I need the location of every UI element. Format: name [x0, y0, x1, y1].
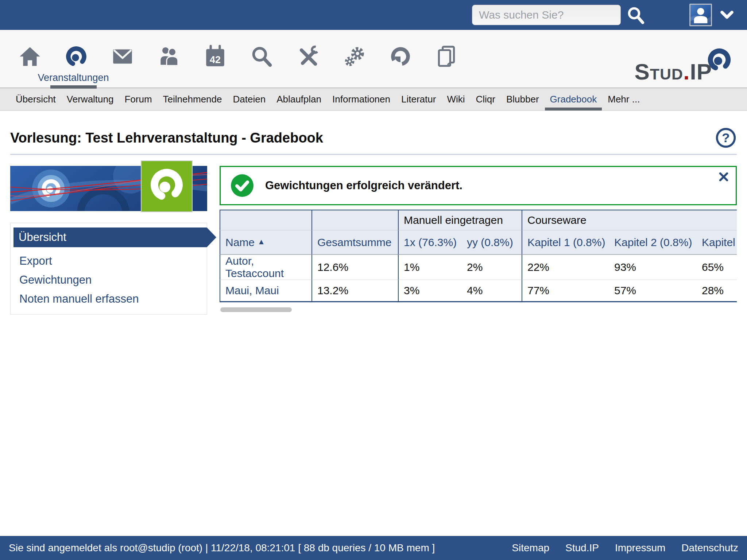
- search-submit-icon[interactable]: [625, 4, 646, 26]
- grade-cell: 3%: [398, 280, 462, 302]
- success-message: Gewichtungen erfolgreich verändert.: [220, 166, 737, 205]
- logo-text-main: Stud: [634, 59, 683, 84]
- tab-cliqr[interactable]: Cliqr: [470, 88, 500, 110]
- footer-link-impressum[interactable]: Impressum: [615, 542, 665, 554]
- grade-cell: 13.2%: [311, 280, 398, 302]
- main-toolbar: 42: [0, 30, 747, 88]
- grade-cell: 57%: [609, 280, 697, 302]
- gradebook-table: Manuell eingetragen Courseware Name▲ Ges…: [220, 210, 737, 302]
- col-header-name-label: Name: [225, 236, 255, 248]
- footer-status: Sie sind angemeldet als root@studip (roo…: [9, 542, 435, 554]
- col-header-kapitel-2: Kapitel 2 (0.8%): [609, 230, 697, 254]
- studip-logo: Stud.IP: [634, 61, 712, 83]
- tab-teilnehmende[interactable]: Teilnehmende: [158, 88, 228, 110]
- col-header-yy: yy (0.8%): [462, 230, 522, 254]
- grade-cell: 65%: [697, 254, 737, 280]
- footer-link-sitemap[interactable]: Sitemap: [512, 542, 549, 554]
- tab-uebersicht[interactable]: Übersicht: [10, 88, 61, 110]
- tab-ablaufplan[interactable]: Ablaufplan: [271, 88, 327, 110]
- sidebar-item-label: Übersicht: [19, 231, 66, 244]
- horizontal-scrollbar-thumb[interactable]: [220, 307, 292, 312]
- tab-blubber[interactable]: Blubber: [501, 88, 545, 110]
- grade-cell: 93%: [609, 254, 697, 280]
- tab-wiki[interactable]: Wiki: [441, 88, 470, 110]
- footer-link-studip[interactable]: Stud.IP: [565, 542, 599, 554]
- student-name-link[interactable]: Maui, Maui: [225, 284, 279, 296]
- chevron-down-icon[interactable]: [719, 8, 735, 22]
- page-title: Vorlesung: Test Lehrveranstaltung - Grad…: [10, 130, 323, 146]
- sidebar-item-gewichtungen[interactable]: Gewichtungen: [11, 271, 207, 289]
- group-header-empty-2: [311, 210, 398, 230]
- title-divider: [10, 154, 737, 155]
- pages-icon[interactable]: [423, 44, 470, 69]
- logo-dot: .: [683, 59, 690, 84]
- home-icon[interactable]: [7, 44, 53, 69]
- col-header-kapitel-1: Kapitel 1 (0.8%): [522, 230, 609, 254]
- group-header-empty-1: [220, 210, 311, 230]
- success-message-text: Gewichtungen erfolgreich verändert.: [265, 179, 462, 192]
- col-header-name[interactable]: Name▲: [220, 230, 311, 254]
- resources-icon[interactable]: [377, 44, 423, 69]
- calendar-icon[interactable]: 42: [192, 44, 238, 69]
- course-avatar: [141, 160, 193, 212]
- courses-icon[interactable]: [53, 44, 99, 69]
- course-avatar-spiral-icon: [142, 161, 192, 211]
- col-header-kapitel-3: Kapitel 3: [697, 230, 737, 254]
- horizontal-scrollbar: [220, 307, 737, 312]
- col-header-1x: 1x (76.3%): [398, 230, 462, 254]
- sidebar-item-noten-manuell-erfassen[interactable]: Noten manuell erfassen: [11, 289, 207, 308]
- footer-link-datenschutz[interactable]: Datenschutz: [681, 542, 738, 554]
- gradebook-table-wrap: Manuell eingetragen Courseware Name▲ Ges…: [220, 210, 737, 302]
- toolbar-active-label[interactable]: Veranstaltungen: [38, 72, 109, 83]
- grade-cell: 22%: [522, 254, 609, 280]
- tab-mehr[interactable]: Mehr ...: [602, 88, 645, 110]
- admin-gears-icon[interactable]: [331, 44, 377, 69]
- grade-cell: 12.6%: [311, 254, 398, 280]
- grade-cell: 4%: [462, 280, 522, 302]
- group-header-manuell-eingetragen: Manuell eingetragen: [398, 210, 522, 230]
- student-name-link[interactable]: Autor, Testaccount: [225, 255, 284, 279]
- tab-dateien[interactable]: Dateien: [228, 88, 271, 110]
- tab-verwaltung[interactable]: Verwaltung: [61, 88, 119, 110]
- col-header-gesamtsumme: Gesamtsumme: [311, 230, 398, 254]
- grade-cell: 28%: [697, 280, 737, 302]
- search-input[interactable]: [472, 5, 621, 25]
- main-area: Gewichtungen erfolgreich verändert.: [220, 166, 737, 312]
- tab-literatur[interactable]: Literatur: [396, 88, 441, 110]
- svg-text:42: 42: [210, 54, 221, 65]
- success-check-icon: [230, 174, 254, 198]
- close-icon[interactable]: [718, 171, 729, 182]
- topbar: [0, 0, 747, 30]
- community-icon[interactable]: [146, 44, 192, 69]
- content: Vorlesung: Test Lehrveranstaltung - Grad…: [0, 127, 747, 315]
- grade-cell: 1%: [398, 254, 462, 280]
- sidebar: Übersicht Export Gewichtungen Noten manu…: [10, 166, 207, 315]
- tools-icon[interactable]: [285, 44, 331, 69]
- tab-forum[interactable]: Forum: [119, 88, 157, 110]
- avatar-person-icon: [690, 5, 711, 25]
- course-tabbar: Übersicht Verwaltung Forum Teilnehmende …: [0, 88, 747, 111]
- svg-text:?: ?: [722, 131, 730, 145]
- tab-informationen[interactable]: Informationen: [327, 88, 396, 110]
- sort-asc-icon: ▲: [258, 237, 265, 246]
- table-row: Maui, Maui 13.2% 3% 4% 77% 57% 28%: [220, 280, 737, 302]
- messages-icon[interactable]: [99, 44, 146, 69]
- sidebar-item-export[interactable]: Export: [11, 252, 207, 271]
- grade-cell: 2%: [462, 254, 522, 280]
- sidebar-nav: Übersicht Export Gewichtungen Noten manu…: [10, 223, 207, 315]
- help-icon[interactable]: ?: [715, 127, 737, 149]
- toolbar-icon-row: 42: [7, 44, 470, 69]
- group-header-courseware: Courseware: [522, 210, 737, 230]
- grade-cell: 77%: [522, 280, 609, 302]
- sidebar-item-uebersicht[interactable]: Übersicht: [13, 228, 207, 247]
- search-icon[interactable]: [238, 44, 285, 69]
- footer: Sie sind angemeldet als root@studip (roo…: [0, 536, 747, 560]
- tab-gradebook[interactable]: Gradebook: [545, 88, 603, 110]
- table-row: Autor, Testaccount 12.6% 1% 2% 22% 93% 6…: [220, 254, 737, 280]
- toolbar-active-indicator: [50, 85, 97, 89]
- logo-spiral-icon: [705, 46, 733, 74]
- user-avatar[interactable]: [689, 4, 712, 26]
